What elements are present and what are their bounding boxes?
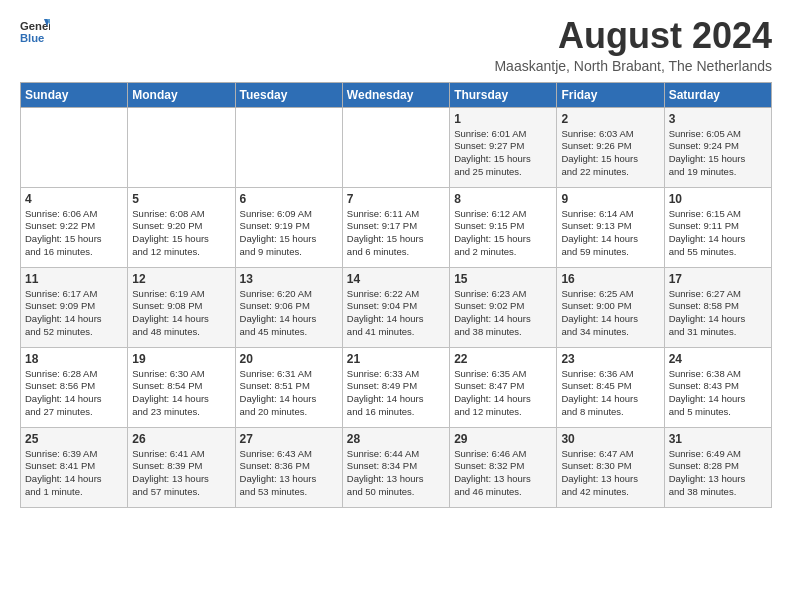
day-number: 17 bbox=[669, 272, 767, 286]
day-number: 20 bbox=[240, 352, 338, 366]
day-number: 15 bbox=[454, 272, 552, 286]
day-cell-0-6: 3Sunrise: 6:05 AM Sunset: 9:24 PM Daylig… bbox=[664, 107, 771, 187]
day-info: Sunrise: 6:06 AM Sunset: 9:22 PM Dayligh… bbox=[25, 208, 123, 259]
day-cell-2-4: 15Sunrise: 6:23 AM Sunset: 9:02 PM Dayli… bbox=[450, 267, 557, 347]
day-cell-1-4: 8Sunrise: 6:12 AM Sunset: 9:15 PM Daylig… bbox=[450, 187, 557, 267]
day-cell-2-0: 11Sunrise: 6:17 AM Sunset: 9:09 PM Dayli… bbox=[21, 267, 128, 347]
day-number: 24 bbox=[669, 352, 767, 366]
day-cell-3-3: 21Sunrise: 6:33 AM Sunset: 8:49 PM Dayli… bbox=[342, 347, 449, 427]
day-number: 13 bbox=[240, 272, 338, 286]
day-number: 12 bbox=[132, 272, 230, 286]
title-area: August 2024 Maaskantje, North Brabant, T… bbox=[494, 16, 772, 74]
day-info: Sunrise: 6:12 AM Sunset: 9:15 PM Dayligh… bbox=[454, 208, 552, 259]
week-row-3: 11Sunrise: 6:17 AM Sunset: 9:09 PM Dayli… bbox=[21, 267, 772, 347]
day-number: 3 bbox=[669, 112, 767, 126]
day-info: Sunrise: 6:15 AM Sunset: 9:11 PM Dayligh… bbox=[669, 208, 767, 259]
day-info: Sunrise: 6:41 AM Sunset: 8:39 PM Dayligh… bbox=[132, 448, 230, 499]
day-cell-2-6: 17Sunrise: 6:27 AM Sunset: 8:58 PM Dayli… bbox=[664, 267, 771, 347]
day-cell-1-6: 10Sunrise: 6:15 AM Sunset: 9:11 PM Dayli… bbox=[664, 187, 771, 267]
day-info: Sunrise: 6:43 AM Sunset: 8:36 PM Dayligh… bbox=[240, 448, 338, 499]
day-number: 26 bbox=[132, 432, 230, 446]
logo-icon: General Blue bbox=[20, 16, 50, 46]
day-cell-3-6: 24Sunrise: 6:38 AM Sunset: 8:43 PM Dayli… bbox=[664, 347, 771, 427]
day-cell-4-2: 27Sunrise: 6:43 AM Sunset: 8:36 PM Dayli… bbox=[235, 427, 342, 507]
week-row-4: 18Sunrise: 6:28 AM Sunset: 8:56 PM Dayli… bbox=[21, 347, 772, 427]
day-number: 1 bbox=[454, 112, 552, 126]
day-cell-1-2: 6Sunrise: 6:09 AM Sunset: 9:19 PM Daylig… bbox=[235, 187, 342, 267]
day-info: Sunrise: 6:14 AM Sunset: 9:13 PM Dayligh… bbox=[561, 208, 659, 259]
month-title: August 2024 bbox=[494, 16, 772, 56]
day-number: 9 bbox=[561, 192, 659, 206]
day-info: Sunrise: 6:01 AM Sunset: 9:27 PM Dayligh… bbox=[454, 128, 552, 179]
day-info: Sunrise: 6:47 AM Sunset: 8:30 PM Dayligh… bbox=[561, 448, 659, 499]
week-row-2: 4Sunrise: 6:06 AM Sunset: 9:22 PM Daylig… bbox=[21, 187, 772, 267]
day-number: 7 bbox=[347, 192, 445, 206]
day-number: 4 bbox=[25, 192, 123, 206]
day-cell-2-2: 13Sunrise: 6:20 AM Sunset: 9:06 PM Dayli… bbox=[235, 267, 342, 347]
day-cell-4-1: 26Sunrise: 6:41 AM Sunset: 8:39 PM Dayli… bbox=[128, 427, 235, 507]
day-number: 5 bbox=[132, 192, 230, 206]
day-number: 29 bbox=[454, 432, 552, 446]
day-info: Sunrise: 6:09 AM Sunset: 9:19 PM Dayligh… bbox=[240, 208, 338, 259]
week-row-5: 25Sunrise: 6:39 AM Sunset: 8:41 PM Dayli… bbox=[21, 427, 772, 507]
day-info: Sunrise: 6:39 AM Sunset: 8:41 PM Dayligh… bbox=[25, 448, 123, 499]
day-number: 6 bbox=[240, 192, 338, 206]
subtitle: Maaskantje, North Brabant, The Netherlan… bbox=[494, 58, 772, 74]
day-cell-1-0: 4Sunrise: 6:06 AM Sunset: 9:22 PM Daylig… bbox=[21, 187, 128, 267]
day-cell-3-5: 23Sunrise: 6:36 AM Sunset: 8:45 PM Dayli… bbox=[557, 347, 664, 427]
day-number: 31 bbox=[669, 432, 767, 446]
day-number: 18 bbox=[25, 352, 123, 366]
day-cell-0-3 bbox=[342, 107, 449, 187]
day-info: Sunrise: 6:30 AM Sunset: 8:54 PM Dayligh… bbox=[132, 368, 230, 419]
day-cell-3-1: 19Sunrise: 6:30 AM Sunset: 8:54 PM Dayli… bbox=[128, 347, 235, 427]
header-thursday: Thursday bbox=[450, 82, 557, 107]
header-monday: Monday bbox=[128, 82, 235, 107]
day-cell-0-2 bbox=[235, 107, 342, 187]
day-number: 23 bbox=[561, 352, 659, 366]
day-info: Sunrise: 6:05 AM Sunset: 9:24 PM Dayligh… bbox=[669, 128, 767, 179]
logo: General Blue bbox=[20, 16, 50, 46]
day-info: Sunrise: 6:27 AM Sunset: 8:58 PM Dayligh… bbox=[669, 288, 767, 339]
day-info: Sunrise: 6:35 AM Sunset: 8:47 PM Dayligh… bbox=[454, 368, 552, 419]
svg-text:Blue: Blue bbox=[20, 32, 44, 44]
header-saturday: Saturday bbox=[664, 82, 771, 107]
day-number: 8 bbox=[454, 192, 552, 206]
calendar-table: Sunday Monday Tuesday Wednesday Thursday… bbox=[20, 82, 772, 508]
day-cell-0-4: 1Sunrise: 6:01 AM Sunset: 9:27 PM Daylig… bbox=[450, 107, 557, 187]
day-info: Sunrise: 6:17 AM Sunset: 9:09 PM Dayligh… bbox=[25, 288, 123, 339]
day-info: Sunrise: 6:36 AM Sunset: 8:45 PM Dayligh… bbox=[561, 368, 659, 419]
header-row: Sunday Monday Tuesday Wednesday Thursday… bbox=[21, 82, 772, 107]
day-number: 22 bbox=[454, 352, 552, 366]
day-info: Sunrise: 6:25 AM Sunset: 9:00 PM Dayligh… bbox=[561, 288, 659, 339]
day-number: 10 bbox=[669, 192, 767, 206]
header-wednesday: Wednesday bbox=[342, 82, 449, 107]
day-number: 28 bbox=[347, 432, 445, 446]
day-cell-0-5: 2Sunrise: 6:03 AM Sunset: 9:26 PM Daylig… bbox=[557, 107, 664, 187]
day-cell-1-3: 7Sunrise: 6:11 AM Sunset: 9:17 PM Daylig… bbox=[342, 187, 449, 267]
day-info: Sunrise: 6:19 AM Sunset: 9:08 PM Dayligh… bbox=[132, 288, 230, 339]
header-friday: Friday bbox=[557, 82, 664, 107]
day-number: 11 bbox=[25, 272, 123, 286]
day-cell-4-0: 25Sunrise: 6:39 AM Sunset: 8:41 PM Dayli… bbox=[21, 427, 128, 507]
day-cell-3-0: 18Sunrise: 6:28 AM Sunset: 8:56 PM Dayli… bbox=[21, 347, 128, 427]
day-cell-1-5: 9Sunrise: 6:14 AM Sunset: 9:13 PM Daylig… bbox=[557, 187, 664, 267]
day-info: Sunrise: 6:08 AM Sunset: 9:20 PM Dayligh… bbox=[132, 208, 230, 259]
day-number: 21 bbox=[347, 352, 445, 366]
day-number: 27 bbox=[240, 432, 338, 446]
day-info: Sunrise: 6:49 AM Sunset: 8:28 PM Dayligh… bbox=[669, 448, 767, 499]
header-sunday: Sunday bbox=[21, 82, 128, 107]
day-cell-2-5: 16Sunrise: 6:25 AM Sunset: 9:00 PM Dayli… bbox=[557, 267, 664, 347]
day-info: Sunrise: 6:03 AM Sunset: 9:26 PM Dayligh… bbox=[561, 128, 659, 179]
day-cell-4-6: 31Sunrise: 6:49 AM Sunset: 8:28 PM Dayli… bbox=[664, 427, 771, 507]
day-cell-0-1 bbox=[128, 107, 235, 187]
day-info: Sunrise: 6:11 AM Sunset: 9:17 PM Dayligh… bbox=[347, 208, 445, 259]
day-cell-3-2: 20Sunrise: 6:31 AM Sunset: 8:51 PM Dayli… bbox=[235, 347, 342, 427]
day-info: Sunrise: 6:22 AM Sunset: 9:04 PM Dayligh… bbox=[347, 288, 445, 339]
day-info: Sunrise: 6:20 AM Sunset: 9:06 PM Dayligh… bbox=[240, 288, 338, 339]
day-cell-2-3: 14Sunrise: 6:22 AM Sunset: 9:04 PM Dayli… bbox=[342, 267, 449, 347]
day-info: Sunrise: 6:23 AM Sunset: 9:02 PM Dayligh… bbox=[454, 288, 552, 339]
day-number: 30 bbox=[561, 432, 659, 446]
day-info: Sunrise: 6:28 AM Sunset: 8:56 PM Dayligh… bbox=[25, 368, 123, 419]
day-info: Sunrise: 6:46 AM Sunset: 8:32 PM Dayligh… bbox=[454, 448, 552, 499]
day-info: Sunrise: 6:31 AM Sunset: 8:51 PM Dayligh… bbox=[240, 368, 338, 419]
